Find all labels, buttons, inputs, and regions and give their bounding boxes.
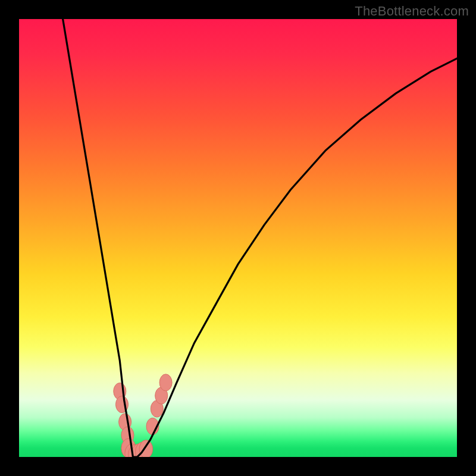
bottleneck-curve xyxy=(19,19,457,457)
watermark-text: TheBottleneck.com xyxy=(355,4,469,19)
curve-marker xyxy=(139,440,153,457)
plot-area xyxy=(19,19,457,457)
chart-frame: TheBottleneck.com xyxy=(0,0,476,476)
curve-marker xyxy=(159,374,172,391)
